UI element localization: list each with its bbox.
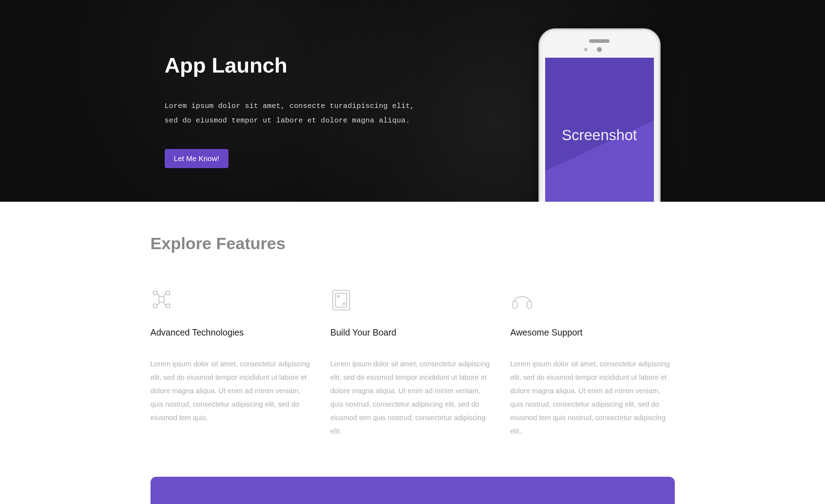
svg-rect-4	[166, 304, 169, 308]
svg-rect-1	[153, 291, 157, 295]
phone-camera	[597, 47, 602, 52]
features-grid: Advanced Technologies Lorem ipsum dolor …	[151, 288, 675, 438]
svg-rect-10	[335, 293, 347, 307]
phone-screen: Screenshot	[545, 58, 654, 202]
hero-description: Lorem ipsum dolor sit amet, consecte tur…	[165, 99, 441, 128]
svg-point-12	[343, 303, 345, 305]
feature-body: Lorem ipsum dolor sit amet, consectetur …	[151, 357, 315, 424]
features-inner: Explore Features Advan	[151, 234, 675, 438]
svg-rect-3	[153, 304, 157, 308]
headphones-icon	[510, 288, 675, 313]
cta-button[interactable]: Let Me Know!	[165, 149, 228, 168]
phone-mockup: Screenshot	[538, 28, 661, 202]
svg-rect-14	[527, 301, 531, 308]
svg-rect-0	[159, 297, 164, 302]
features-section: Explore Features Advan	[0, 202, 825, 477]
hero-inner: App Launch Lorem ipsum dolor sit amet, c…	[151, 0, 675, 202]
svg-rect-2	[166, 291, 169, 295]
board-icon	[330, 288, 495, 313]
svg-rect-13	[513, 301, 517, 308]
phone-sensor-dot	[584, 48, 588, 51]
feature-card: Advanced Technologies Lorem ipsum dolor …	[151, 288, 315, 438]
hero-section: App Launch Lorem ipsum dolor sit amet, c…	[0, 0, 825, 202]
svg-line-7	[157, 302, 160, 306]
svg-line-5	[157, 293, 160, 297]
feature-body: Lorem ipsum dolor sit amet, consectetur …	[330, 357, 495, 438]
phone-screen-text: Screenshot	[562, 127, 637, 144]
signup-band-wrap	[0, 477, 825, 504]
feature-card: Awesome Support Lorem ipsum dolor sit am…	[510, 288, 675, 438]
svg-point-11	[337, 296, 339, 297]
phone-speaker	[589, 39, 610, 43]
svg-line-6	[163, 293, 166, 297]
hero-text: App Launch Lorem ipsum dolor sit amet, c…	[165, 0, 441, 168]
svg-line-8	[163, 302, 166, 306]
signup-band	[151, 477, 675, 504]
feature-heading: Advanced Technologies	[151, 327, 315, 338]
feature-body: Lorem ipsum dolor sit amet, consectetur …	[510, 357, 675, 438]
chip-icon	[151, 288, 315, 313]
features-title: Explore Features	[151, 234, 675, 253]
hero-title: App Launch	[165, 53, 441, 78]
feature-card: Build Your Board Lorem ipsum dolor sit a…	[330, 288, 495, 438]
feature-heading: Awesome Support	[510, 327, 675, 338]
feature-heading: Build Your Board	[330, 327, 495, 338]
